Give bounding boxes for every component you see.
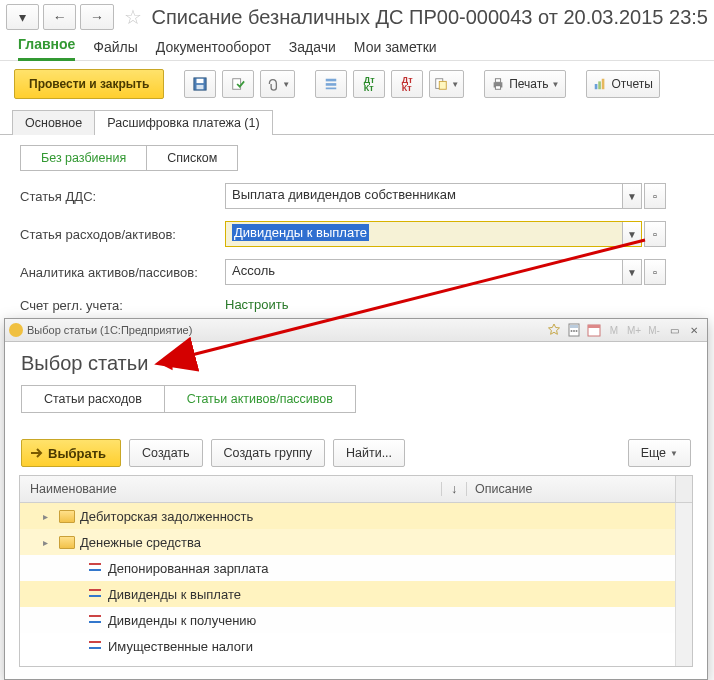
titlebar-calendar-button[interactable] [585,322,603,338]
svg-point-19 [573,330,575,332]
input-analytics[interactable]: Ассоль ▼ [225,259,642,285]
command-bar: Провести и закрыть ▼ Дт Кт Дт Кт ▼ Печат… [0,61,714,107]
open-ref-button[interactable]: ▫ [644,259,666,285]
save-button[interactable] [184,70,216,98]
tab-files[interactable]: Файлы [93,39,137,61]
open-icon: ▫ [653,190,657,202]
more-button[interactable]: Еще ▼ [628,439,691,467]
chevron-down-icon: ▼ [670,449,678,458]
svg-rect-12 [595,84,598,89]
reports-icon [593,77,607,91]
open-ref-button[interactable]: ▫ [644,183,666,209]
titlebar-minimize-button[interactable]: ▭ [665,322,683,338]
tree-collapse-icon[interactable]: ▸ [38,511,52,522]
create-group-button[interactable]: Создать группу [211,439,325,467]
split-mode-tabs: Без разбиения Списком [20,145,238,171]
svg-rect-11 [496,86,501,90]
tab-main[interactable]: Главное [18,36,75,61]
col-name[interactable]: Наименование [20,482,441,496]
chevron-down-icon: ▼ [451,80,459,89]
tab-rasshifrovka[interactable]: Расшифровка платежа (1) [94,110,272,135]
basis-button[interactable]: ▼ [429,70,464,98]
favorite-star-icon[interactable]: ☆ [122,5,144,29]
header-scroll-gap [675,476,692,502]
tree-collapse-icon[interactable]: ▸ [38,537,52,548]
list-item[interactable]: Дивиденды к получению [20,607,692,633]
top-nav: ▾ ← → ☆ Списание безналичных ДС ПР00-000… [0,0,714,32]
nav-forward-button[interactable]: → [80,4,113,30]
article-leaf-icon [86,563,104,573]
vertical-scrollbar[interactable] [675,503,692,666]
floppy-icon [193,77,207,91]
svg-rect-10 [496,79,501,83]
sort-asc-icon: ↓ [451,482,457,496]
dropdown-button[interactable]: ▼ [622,260,641,284]
titlebar-calc-button[interactable] [565,322,583,338]
list-folder[interactable]: ▸Дебиторская задолженность [20,503,692,529]
main-tabs: Главное Файлы Документооборот Задачи Мои… [0,32,714,61]
structure-button[interactable] [315,70,347,98]
open-icon: ▫ [653,228,657,240]
svg-rect-5 [326,83,337,86]
input-dds[interactable]: Выплата дивидендов собственникам ▼ [225,183,642,209]
input-expenses[interactable]: Дивиденды к выплате ▼ [225,221,642,247]
list-item[interactable]: Имущественные налоги [20,633,692,659]
label-dds: Статья ДДС: [20,189,225,204]
col-desc[interactable]: Описание [467,482,675,496]
arrow-head-icon: ◄ [158,354,176,375]
article-leaf-icon [86,589,104,599]
list-item[interactable]: Дивиденды к выплате [20,581,692,607]
list-item[interactable]: Депонированная зарплата [20,555,692,581]
tab-list[interactable]: Списком [146,145,238,171]
row-analytics: Аналитика активов/пассивов: Ассоль ▼ ▫ [20,259,700,285]
titlebar-mminus-button: M- [645,322,663,338]
reports-label: Отчеты [611,77,652,91]
popup-header: Выбор статьи ◄ [5,342,707,381]
close-icon: ✕ [690,325,698,336]
clip-icon [265,77,279,91]
popup-heading: Выбор статьи [21,352,148,375]
svg-rect-3 [233,79,241,90]
app-1c-icon [9,323,23,337]
tab-nosplit[interactable]: Без разбиения [20,145,146,171]
tab-docflow[interactable]: Документооборот [156,39,271,61]
tab-osnovnoe[interactable]: Основное [12,110,95,135]
open-ref-button[interactable]: ▫ [644,221,666,247]
titlebar-fav-button[interactable] [545,322,563,338]
calendar-icon [587,323,601,337]
calculator-icon [567,323,581,337]
dropdown-button[interactable]: ▼ [622,184,641,208]
svg-rect-4 [326,79,337,82]
svg-rect-13 [599,81,602,89]
tab-expense-articles[interactable]: Статьи расходов [21,385,164,413]
post-and-close-button[interactable]: Провести и закрыть [14,69,164,99]
tab-notes[interactable]: Мои заметки [354,39,437,61]
menu-icon: ▾ [19,9,26,25]
attach-button[interactable]: ▼ [260,70,295,98]
list-folder[interactable]: ▸Денежные средства [20,529,692,555]
svg-rect-2 [197,85,204,89]
nav-back-button[interactable]: ← [43,4,76,30]
print-button[interactable]: Печать ▼ [484,70,566,98]
tab-asset-articles[interactable]: Статьи активов/пассивов [164,385,356,413]
dropdown-button[interactable]: ▼ [622,222,641,246]
register-dr-button[interactable]: Дт Кт [353,70,385,98]
titlebar-close-button[interactable]: ✕ [685,322,703,338]
reports-button[interactable]: Отчеты [586,70,659,98]
tab-tasks[interactable]: Задачи [289,39,336,61]
find-button[interactable]: Найти... [333,439,405,467]
value-expenses-selection: Дивиденды к выплате [232,224,369,241]
col-sort-indicator[interactable]: ↓ [441,482,467,496]
popup-select-article: Выбор статьи (1С:Предприятие) M M+ M- ▭ … [4,318,708,680]
star-icon [547,323,561,337]
list-body: ▸Дебиторская задолженность▸Денежные сред… [20,503,692,666]
post-button[interactable] [222,70,254,98]
nav-menu-button[interactable]: ▾ [6,4,39,30]
svg-rect-22 [588,325,600,328]
select-button[interactable]: Выбрать [21,439,121,467]
register-kr-button[interactable]: Дт Кт [391,70,423,98]
label-acct: Счет регл. учета: [20,298,225,313]
link-configure-acct[interactable]: Настроить [225,297,289,313]
label-analytics: Аналитика активов/пассивов: [20,265,225,280]
create-button[interactable]: Создать [129,439,203,467]
